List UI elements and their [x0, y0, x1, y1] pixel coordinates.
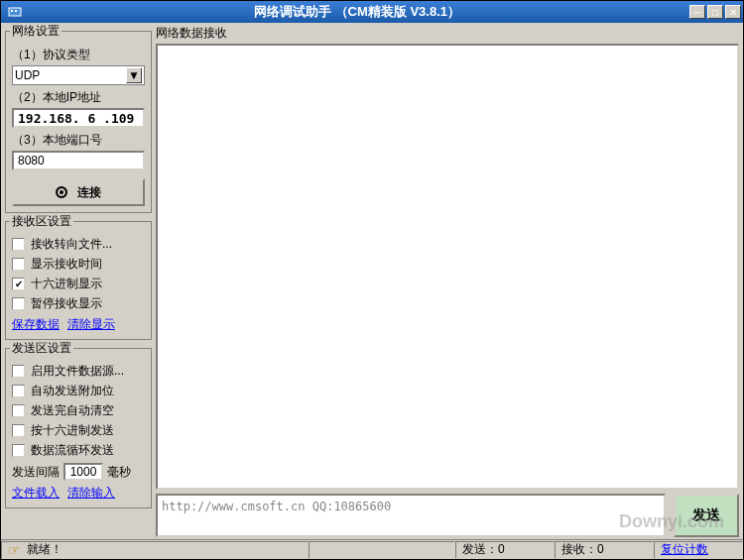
content-area: 网络设置 （1）协议类型 UDP ▼ （2）本地IP地址 （3）本地端口号 连接… — [1, 23, 743, 539]
send-opt-hex[interactable]: 按十六进制发送 — [12, 422, 145, 439]
group-title: 网络设置 — [10, 23, 62, 40]
network-settings-group: 网络设置 （1）协议类型 UDP ▼ （2）本地IP地址 （3）本地端口号 连接 — [5, 31, 152, 213]
app-icon — [7, 4, 23, 20]
minimize-button[interactable]: ─ — [689, 5, 705, 19]
group-title: 发送区设置 — [10, 340, 73, 357]
interval-label: 发送间隔 — [12, 464, 60, 481]
clear-input-link[interactable]: 清除输入 — [67, 485, 115, 502]
checkbox-icon[interactable] — [12, 385, 25, 397]
svg-rect-2 — [15, 10, 17, 12]
clear-display-link[interactable]: 清除显示 — [67, 316, 115, 333]
checkbox-icon[interactable] — [12, 404, 25, 417]
titlebar[interactable]: 网络调试助手 （CM精装版 V3.8.1） ─ □ ✕ — [1, 1, 743, 23]
checkbox-icon[interactable] — [12, 444, 25, 457]
main-window: 网络调试助手 （CM精装版 V3.8.1） ─ □ ✕ 网络设置 （1）协议类型… — [0, 0, 744, 560]
protocol-label: （1）协议类型 — [12, 47, 145, 63]
send-opt-file-src[interactable]: 启用文件数据源... — [12, 363, 145, 380]
ip-input[interactable] — [12, 108, 145, 128]
status-ready: ☞ 就绪！ — [1, 541, 309, 559]
recv-area-label: 网络数据接收 — [156, 25, 739, 42]
reset-counter-link[interactable]: 复位计数 — [654, 541, 743, 559]
window-title: 网络调试助手 （CM精装版 V3.8.1） — [27, 3, 687, 21]
send-opt-auto-extra[interactable]: 自动发送附加位 — [12, 383, 145, 399]
recv-opt-time[interactable]: 显示接收时间 — [12, 256, 145, 273]
recv-opt-file[interactable]: 接收转向文件... — [12, 236, 145, 253]
send-interval-row: 发送间隔 毫秒 — [12, 463, 145, 481]
close-button[interactable]: ✕ — [725, 5, 741, 19]
status-recv-count: 接收：0 — [555, 541, 654, 559]
interval-unit: 毫秒 — [107, 464, 131, 481]
maximize-button[interactable]: □ — [707, 5, 723, 19]
file-load-link[interactable]: 文件载入 — [12, 485, 60, 502]
send-textarea[interactable]: http://www.cmsoft.cn QQ:10865600 — [156, 494, 666, 537]
svg-rect-1 — [11, 10, 13, 12]
connect-button[interactable]: 连接 — [12, 178, 145, 206]
statusbar: ☞ 就绪！ 发送：0 接收：0 复位计数 — [1, 539, 743, 559]
checkbox-icon[interactable] — [12, 297, 25, 310]
send-opt-auto-clear[interactable]: 发送完自动清空 — [12, 402, 145, 419]
dropdown-arrow-icon[interactable]: ▼ — [126, 67, 142, 83]
ip-label: （2）本地IP地址 — [12, 89, 145, 106]
status-send-count: 发送：0 — [455, 541, 555, 559]
send-button[interactable]: 发送 — [674, 494, 739, 537]
connect-status-icon — [56, 186, 67, 198]
port-input[interactable] — [12, 151, 145, 170]
recv-opt-hex[interactable]: ✔ 十六进制显示 — [12, 276, 145, 292]
window-buttons: ─ □ ✕ — [687, 5, 741, 19]
group-title: 接收区设置 — [10, 213, 73, 230]
checkbox-icon[interactable] — [12, 238, 25, 251]
interval-input[interactable] — [63, 463, 103, 481]
checkbox-icon[interactable] — [12, 365, 25, 378]
recv-opt-pause[interactable]: 暂停接收显示 — [12, 295, 145, 312]
checkbox-icon[interactable] — [12, 258, 25, 271]
connect-label: 连接 — [77, 184, 101, 201]
protocol-value: UDP — [15, 68, 40, 82]
protocol-select[interactable]: UDP ▼ — [12, 65, 145, 85]
save-data-link[interactable]: 保存数据 — [12, 316, 60, 333]
port-label: （3）本地端口号 — [12, 132, 145, 149]
checkbox-checked-icon[interactable]: ✔ — [12, 278, 25, 290]
ready-icon: ☞ — [8, 542, 21, 558]
recv-settings-group: 接收区设置 接收转向文件... 显示接收时间 ✔ 十六进制显示 暂停接收显示 — [5, 221, 152, 340]
send-settings-group: 发送区设置 启用文件数据源... 自动发送附加位 发送完自动清空 按十六进制发送 — [5, 348, 152, 508]
send-opt-loop[interactable]: 数据流循环发送 — [12, 442, 145, 459]
status-empty — [309, 541, 455, 559]
recv-textarea[interactable] — [156, 44, 739, 490]
right-panel: 网络数据接收 http://www.cmsoft.cn QQ:10865600 … — [156, 25, 739, 537]
checkbox-icon[interactable] — [12, 424, 25, 437]
send-row: http://www.cmsoft.cn QQ:10865600 发送 — [156, 494, 739, 537]
left-panel: 网络设置 （1）协议类型 UDP ▼ （2）本地IP地址 （3）本地端口号 连接… — [5, 25, 152, 537]
